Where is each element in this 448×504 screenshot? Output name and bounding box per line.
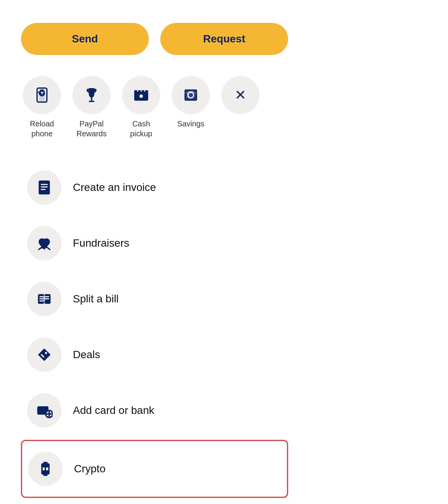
close-icon: ✕ xyxy=(235,87,246,103)
deals-icon-circle xyxy=(27,338,61,372)
svg-rect-2 xyxy=(91,98,92,100)
cash-pickup-icon-circle xyxy=(122,76,160,114)
crypto-icon xyxy=(37,460,54,477)
paypal-rewards-label: PayPalRewards xyxy=(77,119,107,139)
svg-rect-19 xyxy=(39,298,49,299)
deals-icon xyxy=(36,346,53,363)
reload-phone-icon-circle xyxy=(23,76,61,114)
quick-actions-row: Reloadphone PayPalRewards xyxy=(21,76,288,139)
invoice-icon xyxy=(36,179,53,196)
quick-action-savings[interactable]: Savings xyxy=(170,76,212,129)
paypal-rewards-icon-circle xyxy=(73,76,111,114)
add-card-bank-label: Add card or bank xyxy=(73,404,154,417)
svg-point-6 xyxy=(139,94,143,98)
fundraisers-icon-circle xyxy=(27,226,61,260)
add-card-icon xyxy=(36,402,53,419)
list-item-deals[interactable]: Deals xyxy=(21,327,288,383)
cash-pickup-label: Cashpickup xyxy=(130,119,152,139)
close-icon-circle: ✕ xyxy=(221,76,259,114)
main-container: Send Request Reloadphone xyxy=(21,23,288,499)
list-item-split-bill[interactable]: Split a bill xyxy=(21,271,288,327)
create-invoice-label: Create an invoice xyxy=(73,181,156,194)
svg-rect-15 xyxy=(41,186,48,187)
svg-rect-33 xyxy=(42,470,49,474)
svg-rect-14 xyxy=(41,184,48,185)
trophy-icon xyxy=(83,87,100,103)
svg-rect-24 xyxy=(37,409,48,411)
list-item-add-card-bank[interactable]: Add card or bank xyxy=(21,383,288,438)
savings-icon-circle xyxy=(172,76,210,114)
list-item-crypto[interactable]: Crypto xyxy=(21,440,288,498)
svg-rect-16 xyxy=(41,189,46,190)
top-buttons: Send Request xyxy=(21,23,288,55)
savings-icon xyxy=(182,87,199,103)
reload-phone-label: Reloadphone xyxy=(30,119,54,139)
quick-action-reload-phone[interactable]: Reloadphone xyxy=(21,76,63,139)
send-button[interactable]: Send xyxy=(21,23,149,55)
svg-point-22 xyxy=(45,352,47,354)
deals-label: Deals xyxy=(73,349,100,361)
svg-rect-32 xyxy=(42,464,49,467)
fundraisers-icon xyxy=(36,235,53,252)
cash-pickup-icon xyxy=(133,87,150,103)
list-item-create-invoice[interactable]: Create an invoice xyxy=(21,160,288,215)
svg-rect-3 xyxy=(89,101,95,102)
list-items: Create an invoice Fundraisers xyxy=(21,160,288,499)
list-item-fundraisers[interactable]: Fundraisers xyxy=(21,215,288,271)
quick-action-close[interactable]: ✕ xyxy=(219,76,261,114)
quick-action-cash-pickup[interactable]: Cashpickup xyxy=(120,76,162,139)
add-card-icon-circle xyxy=(27,393,61,428)
crypto-label: Crypto xyxy=(74,463,105,475)
crypto-icon-circle xyxy=(28,452,63,486)
svg-rect-12 xyxy=(188,91,194,92)
reload-phone-icon xyxy=(34,87,50,103)
split-bill-label: Split a bill xyxy=(73,293,119,305)
request-button[interactable]: Request xyxy=(160,23,288,55)
fundraisers-label: Fundraisers xyxy=(73,237,129,249)
savings-label: Savings xyxy=(177,119,204,129)
quick-action-paypal-rewards[interactable]: PayPalRewards xyxy=(71,76,113,139)
invoice-icon-circle xyxy=(27,170,61,205)
split-bill-icon-circle xyxy=(27,282,61,316)
split-bill-icon xyxy=(36,291,53,307)
